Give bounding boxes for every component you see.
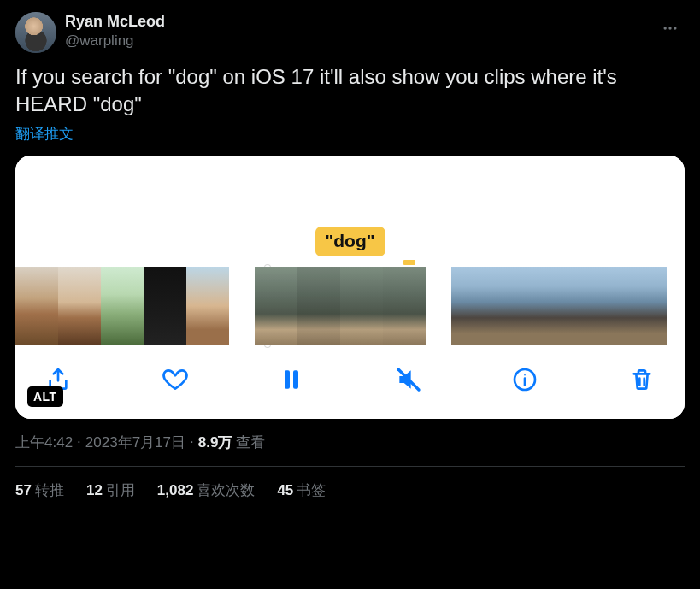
thumb[interactable]: [186, 267, 229, 345]
thumb[interactable]: [487, 267, 523, 345]
thumb[interactable]: [144, 267, 186, 345]
tweet-time[interactable]: 上午4:42: [15, 433, 73, 452]
translate-link[interactable]: 翻译推文: [15, 124, 685, 144]
info-button[interactable]: [508, 362, 542, 397]
caption-tag: "dog": [315, 227, 385, 256]
clip-group-1[interactable]: [15, 267, 229, 345]
tweet-date[interactable]: 2023年7月17日: [85, 433, 185, 452]
media-controls: [15, 345, 685, 419]
thumb[interactable]: [383, 267, 426, 345]
thumb[interactable]: [340, 267, 383, 345]
mute-button[interactable]: [391, 362, 426, 397]
alt-badge[interactable]: ALT: [27, 386, 63, 407]
thumb[interactable]: [297, 267, 340, 345]
retweets-count: 57: [15, 482, 32, 498]
thumb[interactable]: [595, 267, 631, 345]
svg-point-2: [674, 27, 676, 29]
svg-rect-3: [285, 370, 290, 388]
thumb[interactable]: [58, 267, 101, 345]
info-icon: [511, 366, 538, 393]
stats-row: 57转推 12引用 1,082喜欢次数 45书签: [15, 467, 685, 500]
thumb[interactable]: [559, 267, 595, 345]
retweets-stat[interactable]: 57转推: [15, 480, 64, 500]
thumbnail-strip[interactable]: [15, 267, 685, 345]
handle[interactable]: @warpling: [65, 32, 165, 50]
likes-label: 喜欢次数: [197, 482, 255, 498]
avatar[interactable]: [15, 12, 56, 53]
meta-row: 上午4:42 · 2023年7月17日 · 8.9万 查看: [15, 433, 685, 452]
heart-icon: [162, 366, 189, 393]
likes-count: 1,082: [157, 482, 194, 498]
bookmarks-stat[interactable]: 45书签: [277, 480, 326, 500]
clip-group-2[interactable]: [255, 267, 426, 345]
author-block: Ryan McLeod @warpling: [65, 12, 165, 50]
likes-stat[interactable]: 1,082喜欢次数: [157, 480, 256, 500]
quotes-label: 引用: [106, 482, 135, 498]
views-label: 查看: [236, 433, 265, 452]
display-name[interactable]: Ryan McLeod: [65, 12, 165, 32]
views-count[interactable]: 8.9万: [198, 433, 233, 452]
thumb[interactable]: [451, 267, 487, 345]
bookmarks-label: 书签: [297, 482, 326, 498]
tweet-text: If you search for "dog" on iOS 17 it'll …: [15, 63, 685, 119]
thumb[interactable]: [631, 267, 667, 345]
like-button[interactable]: [158, 362, 192, 397]
delete-button[interactable]: [625, 362, 659, 397]
media-header-area: "dog": [15, 156, 685, 267]
quotes-stat[interactable]: 12引用: [86, 480, 135, 500]
clip-group-3[interactable]: [451, 267, 667, 345]
svg-point-0: [664, 27, 667, 29]
more-icon: [662, 20, 679, 37]
bookmarks-count: 45: [277, 482, 293, 498]
retweets-label: 转推: [35, 482, 64, 498]
quotes-count: 12: [86, 482, 103, 498]
more-button[interactable]: [656, 14, 685, 43]
thumb[interactable]: [101, 267, 144, 345]
pause-button[interactable]: [274, 362, 309, 397]
mute-icon: [395, 366, 422, 393]
svg-point-1: [668, 27, 671, 29]
caption-marker: [403, 260, 415, 265]
trash-icon: [628, 366, 656, 393]
thumb[interactable]: [15, 267, 58, 345]
tweet-header: Ryan McLeod @warpling: [15, 12, 685, 53]
svg-rect-4: [293, 370, 298, 388]
thumb[interactable]: [523, 267, 559, 345]
thumb[interactable]: [255, 267, 297, 345]
tweet-container: Ryan McLeod @warpling If you search for …: [0, 0, 700, 500]
svg-point-6: [525, 374, 526, 376]
pause-icon: [278, 366, 305, 393]
media-card[interactable]: "dog": [15, 156, 685, 419]
